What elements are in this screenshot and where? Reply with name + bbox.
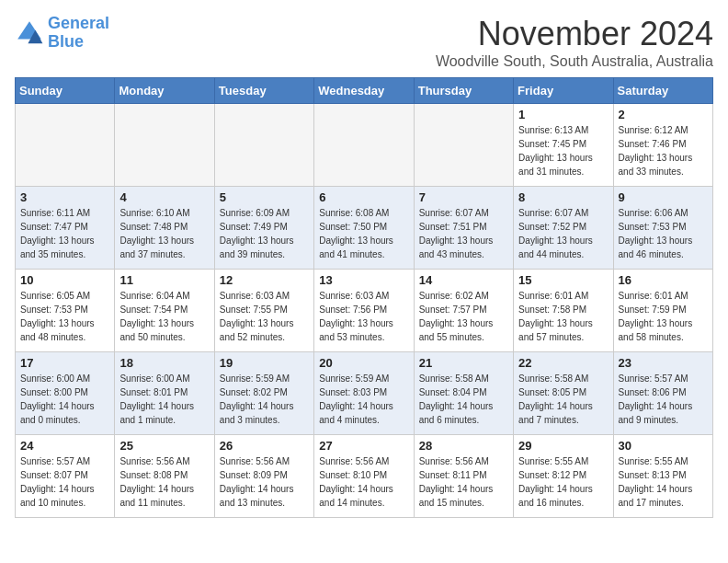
day-number: 30: [619, 439, 708, 453]
day-number: 9: [619, 190, 708, 204]
page-header: General Blue November 2024 Woodville Sou…: [15, 15, 713, 70]
day-number: 28: [419, 439, 508, 453]
day-info: Sunrise: 6:13 AM Sunset: 7:45 PM Dayligh…: [518, 123, 608, 178]
day-info: Sunrise: 5:55 AM Sunset: 8:12 PM Dayligh…: [518, 454, 608, 510]
day-number: 3: [20, 190, 109, 204]
day-info: Sunrise: 6:06 AM Sunset: 7:53 PM Dayligh…: [619, 206, 708, 261]
header-wednesday: Wednesday: [314, 78, 414, 104]
calendar-cell: 19Sunrise: 5:59 AM Sunset: 8:02 PM Dayli…: [214, 352, 313, 435]
day-number: 23: [619, 356, 708, 370]
header-tuesday: Tuesday: [214, 78, 313, 104]
calendar-cell: 16Sunrise: 6:01 AM Sunset: 7:59 PM Dayli…: [613, 270, 712, 352]
calendar-cell: 7Sunrise: 6:07 AM Sunset: 7:51 PM Daylig…: [414, 187, 513, 270]
header-row: SundayMondayTuesdayWednesdayThursdayFrid…: [16, 78, 713, 104]
day-number: 22: [518, 356, 608, 370]
day-info: Sunrise: 6:11 AM Sunset: 7:47 PM Dayligh…: [20, 206, 109, 261]
day-info: Sunrise: 6:03 AM Sunset: 7:56 PM Dayligh…: [319, 289, 408, 344]
day-number: 6: [319, 190, 408, 204]
day-number: 24: [20, 439, 109, 453]
day-info: Sunrise: 6:03 AM Sunset: 7:55 PM Dayligh…: [220, 289, 309, 344]
day-info: Sunrise: 5:56 AM Sunset: 8:10 PM Dayligh…: [319, 454, 408, 510]
calendar-cell: [314, 104, 414, 187]
day-info: Sunrise: 6:04 AM Sunset: 7:54 PM Dayligh…: [119, 289, 209, 344]
logo: General Blue: [15, 15, 109, 52]
day-number: 4: [119, 190, 209, 204]
day-number: 16: [619, 273, 708, 287]
header-friday: Friday: [514, 78, 613, 104]
calendar-cell: 26Sunrise: 5:56 AM Sunset: 8:09 PM Dayli…: [214, 435, 313, 518]
logo-line1: General: [48, 14, 109, 32]
calendar-cell: 30Sunrise: 5:55 AM Sunset: 8:13 PM Dayli…: [613, 435, 712, 518]
day-info: Sunrise: 6:10 AM Sunset: 7:48 PM Dayligh…: [119, 206, 209, 261]
header-monday: Monday: [115, 78, 214, 104]
calendar-row: 10Sunrise: 6:05 AM Sunset: 7:53 PM Dayli…: [16, 270, 713, 352]
calendar-cell: 4Sunrise: 6:10 AM Sunset: 7:48 PM Daylig…: [115, 187, 214, 270]
calendar-cell: [115, 104, 214, 187]
day-info: Sunrise: 5:58 AM Sunset: 8:04 PM Dayligh…: [419, 372, 508, 427]
day-number: 12: [220, 273, 309, 287]
day-number: 17: [20, 356, 109, 370]
calendar-cell: 12Sunrise: 6:03 AM Sunset: 7:55 PM Dayli…: [214, 270, 313, 352]
day-number: 14: [419, 273, 508, 287]
calendar-cell: 29Sunrise: 5:55 AM Sunset: 8:12 PM Dayli…: [514, 435, 613, 518]
day-info: Sunrise: 5:56 AM Sunset: 8:08 PM Dayligh…: [119, 454, 209, 510]
calendar-cell: 13Sunrise: 6:03 AM Sunset: 7:56 PM Dayli…: [314, 270, 414, 352]
calendar-row: 1Sunrise: 6:13 AM Sunset: 7:45 PM Daylig…: [16, 104, 713, 187]
day-number: 25: [119, 439, 209, 453]
day-info: Sunrise: 6:07 AM Sunset: 7:51 PM Dayligh…: [419, 206, 508, 261]
day-info: Sunrise: 6:07 AM Sunset: 7:52 PM Dayligh…: [518, 206, 608, 261]
calendar-body: 1Sunrise: 6:13 AM Sunset: 7:45 PM Daylig…: [16, 104, 713, 518]
day-number: 21: [419, 356, 508, 370]
day-info: Sunrise: 6:08 AM Sunset: 7:50 PM Dayligh…: [319, 206, 408, 261]
month-title: November 2024: [436, 15, 713, 53]
day-number: 19: [220, 356, 309, 370]
day-info: Sunrise: 5:58 AM Sunset: 8:05 PM Dayligh…: [518, 372, 608, 427]
day-info: Sunrise: 5:59 AM Sunset: 8:03 PM Dayligh…: [319, 372, 408, 427]
day-number: 20: [319, 356, 408, 370]
calendar-cell: 17Sunrise: 6:00 AM Sunset: 8:00 PM Dayli…: [16, 352, 115, 435]
day-info: Sunrise: 6:12 AM Sunset: 7:46 PM Dayligh…: [619, 123, 708, 178]
day-number: 13: [319, 273, 408, 287]
day-number: 1: [518, 108, 608, 121]
day-info: Sunrise: 5:56 AM Sunset: 8:11 PM Dayligh…: [419, 454, 508, 510]
calendar-cell: 23Sunrise: 5:57 AM Sunset: 8:06 PM Dayli…: [613, 352, 712, 435]
calendar-cell: 11Sunrise: 6:04 AM Sunset: 7:54 PM Dayli…: [115, 270, 214, 352]
calendar-cell: 20Sunrise: 5:59 AM Sunset: 8:03 PM Dayli…: [314, 352, 414, 435]
calendar-cell: 27Sunrise: 5:56 AM Sunset: 8:10 PM Dayli…: [314, 435, 414, 518]
calendar-header: SundayMondayTuesdayWednesdayThursdayFrid…: [16, 78, 713, 104]
calendar-cell: 18Sunrise: 6:00 AM Sunset: 8:01 PM Dayli…: [115, 352, 214, 435]
day-info: Sunrise: 6:01 AM Sunset: 7:58 PM Dayligh…: [518, 289, 608, 344]
day-info: Sunrise: 6:05 AM Sunset: 7:53 PM Dayligh…: [20, 289, 109, 344]
calendar-cell: 8Sunrise: 6:07 AM Sunset: 7:52 PM Daylig…: [514, 187, 613, 270]
day-info: Sunrise: 5:55 AM Sunset: 8:13 PM Dayligh…: [619, 454, 708, 510]
calendar-cell: 2Sunrise: 6:12 AM Sunset: 7:46 PM Daylig…: [613, 104, 712, 187]
calendar-cell: 15Sunrise: 6:01 AM Sunset: 7:58 PM Dayli…: [514, 270, 613, 352]
logo-line2: Blue: [48, 32, 84, 51]
calendar-cell: [414, 104, 513, 187]
day-info: Sunrise: 6:00 AM Sunset: 8:01 PM Dayligh…: [119, 372, 209, 427]
day-info: Sunrise: 6:02 AM Sunset: 7:57 PM Dayligh…: [419, 289, 508, 344]
calendar-cell: 3Sunrise: 6:11 AM Sunset: 7:47 PM Daylig…: [16, 187, 115, 270]
calendar-cell: 10Sunrise: 6:05 AM Sunset: 7:53 PM Dayli…: [16, 270, 115, 352]
calendar-cell: [16, 104, 115, 187]
calendar-cell: 6Sunrise: 6:08 AM Sunset: 7:50 PM Daylig…: [314, 187, 414, 270]
calendar-table: SundayMondayTuesdayWednesdayThursdayFrid…: [15, 77, 713, 518]
day-number: 18: [119, 356, 209, 370]
day-number: 26: [220, 439, 309, 453]
logo-icon: [15, 18, 44, 48]
day-info: Sunrise: 6:09 AM Sunset: 7:49 PM Dayligh…: [220, 206, 309, 261]
day-number: 7: [419, 190, 508, 204]
calendar-cell: 1Sunrise: 6:13 AM Sunset: 7:45 PM Daylig…: [514, 104, 613, 187]
calendar-cell: [214, 104, 313, 187]
day-info: Sunrise: 6:01 AM Sunset: 7:59 PM Dayligh…: [619, 289, 708, 344]
calendar-row: 17Sunrise: 6:00 AM Sunset: 8:00 PM Dayli…: [16, 352, 713, 435]
day-number: 11: [119, 273, 209, 287]
calendar-cell: 9Sunrise: 6:06 AM Sunset: 7:53 PM Daylig…: [613, 187, 712, 270]
calendar-row: 24Sunrise: 5:57 AM Sunset: 8:07 PM Dayli…: [16, 435, 713, 518]
calendar-cell: 14Sunrise: 6:02 AM Sunset: 7:57 PM Dayli…: [414, 270, 513, 352]
header-thursday: Thursday: [414, 78, 513, 104]
calendar-cell: 22Sunrise: 5:58 AM Sunset: 8:05 PM Dayli…: [514, 352, 613, 435]
day-info: Sunrise: 5:57 AM Sunset: 8:07 PM Dayligh…: [20, 454, 109, 510]
calendar-cell: 24Sunrise: 5:57 AM Sunset: 8:07 PM Dayli…: [16, 435, 115, 518]
day-info: Sunrise: 5:57 AM Sunset: 8:06 PM Dayligh…: [619, 372, 708, 427]
